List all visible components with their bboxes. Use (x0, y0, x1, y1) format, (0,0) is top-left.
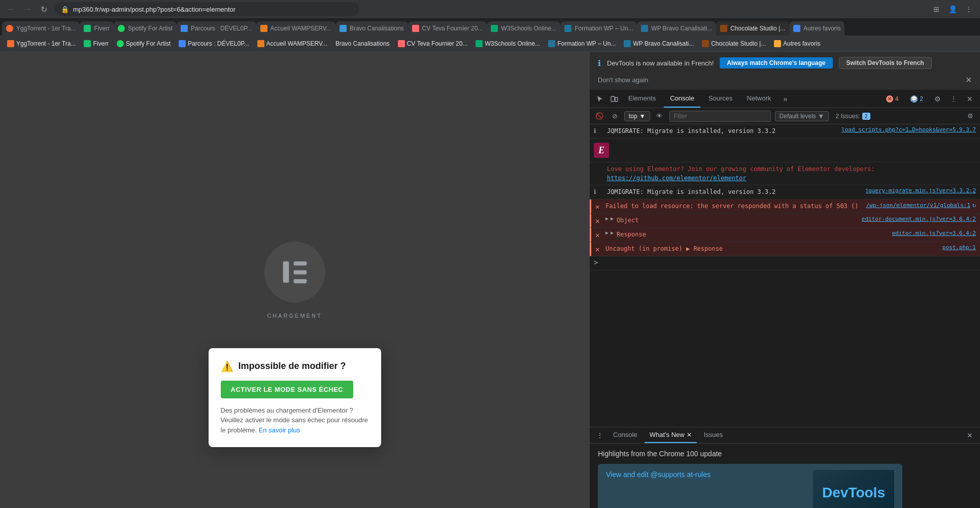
bookmark-formation[interactable]: Formation WP – Un... (545, 39, 619, 48)
bookmarks-bar: YggTorrent - 1er Tra... Fiverr Spotify F… (0, 36, 980, 52)
bottom-tabs-right: ✕ (964, 429, 976, 442)
switch-french-button[interactable]: Switch DevTools to French (839, 57, 932, 69)
device-toolbar-button[interactable] (608, 93, 620, 105)
console-entry-prompt: > (590, 256, 980, 270)
more-tabs-button[interactable]: » (779, 93, 791, 105)
bookmark-label: Formation WP – Un... (557, 40, 616, 47)
tab-favicon (720, 25, 727, 32)
issues-button[interactable]: 2 Issues: 2 (833, 112, 873, 121)
profile-button[interactable]: 👤 (945, 2, 960, 16)
clear-console-button[interactable]: 🚫 (594, 111, 605, 122)
tab-wp-bravo[interactable]: WP Bravo Canalisati... (637, 21, 716, 36)
entry-source-link[interactable]: /wp-json/elementor/v1/globals:1 (866, 202, 970, 209)
tab-wamp[interactable]: Accueil WAMPSERV... (256, 21, 335, 36)
entry-source-link[interactable]: jquery-migrate.min.js?ver=3.3.2:2 (865, 187, 976, 194)
expand-icon[interactable]: ▶ (605, 230, 609, 235)
notification-close-button[interactable]: ✕ (965, 75, 972, 85)
bookmark-parcours[interactable]: Parcours : DÉVEL0P... (176, 39, 252, 48)
address-bar[interactable]: 🔒 mp360.fr/wp-admin/post.php?post=6&acti… (55, 2, 359, 16)
default-levels-dropdown[interactable]: Default levels ▼ (775, 111, 829, 121)
bottom-tab-whats-new[interactable]: What's New ✕ (645, 427, 697, 443)
warning-count-badge[interactable]: 💬 2 (906, 94, 927, 104)
bookmark-fiverr[interactable]: Fiverr (81, 39, 112, 48)
modal-link[interactable]: En savoir plus (259, 426, 300, 434)
bookmark-cv[interactable]: CV Teva Fournier 20... (395, 39, 471, 48)
devtools-more-button[interactable]: ⋮ (948, 93, 960, 105)
bookmark-chocolate[interactable]: Chocolate Studio |... (699, 39, 769, 48)
bottom-tab-console[interactable]: Console (608, 427, 643, 443)
tab-chocolate[interactable]: Chocolate Studio |... (716, 21, 789, 36)
tab-favicon (6, 25, 13, 32)
bookmark-ygg[interactable]: YggTorrent - 1er Tra... (4, 39, 79, 48)
tab-elements[interactable]: Elements (622, 90, 662, 108)
menu-button[interactable]: ⋮ (962, 2, 976, 16)
match-language-button[interactable]: Always match Chrome's language (720, 57, 832, 69)
warning-icon: ⚠️ (221, 360, 233, 372)
bookmark-favicon (179, 40, 186, 47)
tab-sources[interactable]: Sources (702, 90, 739, 108)
extensions-button[interactable]: ⊞ (929, 2, 943, 16)
entry-text: Response (617, 230, 892, 239)
tab-bravo[interactable]: Bravo Canalisations (335, 21, 408, 36)
context-selector[interactable]: top ▼ (624, 111, 650, 121)
card-title: View and edit @supports at-rules (606, 470, 711, 479)
tab-ygg[interactable]: YggTorrent - 1er Tra... (2, 21, 80, 36)
forward-button[interactable]: → (20, 2, 35, 16)
bookmark-wamp[interactable]: Accueil WAMPSERV... (254, 39, 330, 48)
modal-description: Des problèmes au chargement d'Elementor … (221, 405, 369, 435)
bookmark-spotify[interactable]: Spotify For Artist (114, 39, 174, 48)
devtools-thumbnail-text: DevTools (822, 485, 885, 501)
expand-icon[interactable]: ▶ (605, 216, 609, 221)
reload-link-icon[interactable]: ↻ (972, 201, 976, 209)
eye-icon-button[interactable]: 👁 (654, 111, 665, 122)
bottom-tab-issues[interactable]: Issues (699, 427, 728, 443)
tab-cv[interactable]: CV Teva Fournier 20... (408, 21, 487, 36)
reload-button[interactable]: ↻ (37, 2, 51, 16)
expand-icon-2[interactable]: ▶ (611, 230, 614, 235)
filter-console-button[interactable]: ⊘ (609, 111, 620, 122)
entry-source-link[interactable]: post.php:1 (942, 244, 976, 251)
entry-source-link[interactable]: load_scripts.php?c=1…D=hooks&ver=5.9.3.7 (841, 126, 976, 133)
svg-rect-2 (293, 270, 307, 274)
devtools-toolbar-right: ✕ 4 💬 2 ⚙ ⋮ ✕ (882, 93, 976, 105)
back-button[interactable]: ← (4, 2, 18, 16)
main-area: CHARGEMENT ⚠️ Impossible de modifier ? A… (0, 52, 980, 508)
expand-icon-2[interactable]: ▶ (611, 216, 614, 221)
bookmark-w3[interactable]: W3Schools Online... (472, 39, 543, 48)
svg-rect-1 (293, 261, 307, 265)
console-toolbar: 🚫 ⊘ top ▼ 👁 Default levels ▼ 2 Issues: 2… (590, 108, 980, 124)
bookmark-bravo[interactable]: Bravo Canalisations (332, 39, 393, 48)
tab-autres[interactable]: Autres favoris (789, 21, 844, 36)
bottom-close-button[interactable]: ✕ (964, 429, 976, 442)
tab-formation[interactable]: Formation WP – Un... (560, 21, 637, 36)
safe-mode-button[interactable]: ACTIVER LE MODE SANS ÉCHEC (221, 381, 354, 398)
bottom-tab-whats-new-close[interactable]: ✕ (687, 431, 692, 438)
tab-network[interactable]: Network (741, 90, 778, 108)
bookmark-favicon (84, 40, 91, 47)
bookmark-label: WP Bravo Canalisati... (633, 40, 694, 47)
dont-show-link[interactable]: Don't show again (598, 76, 648, 84)
bookmark-favicon (7, 40, 14, 47)
error-count-badge[interactable]: ✕ 4 (882, 94, 903, 104)
filter-input[interactable] (669, 111, 771, 122)
tab-favicon (564, 25, 571, 32)
entry-source-link[interactable]: editor-document.min.js?ver=3.6.4:2 (862, 216, 976, 222)
devtools-close-button[interactable]: ✕ (964, 93, 976, 105)
inspect-element-button[interactable] (594, 93, 606, 105)
bookmark-autres[interactable]: Autres favoris (771, 39, 823, 48)
bookmark-label: Spotify For Artist (126, 40, 171, 47)
chevron-down-icon: ▼ (639, 113, 646, 120)
tab-fiverr[interactable]: Fiverr (80, 21, 114, 36)
elementor-github-link[interactable]: https://github.com/elementor/elementor (607, 175, 747, 182)
tab-w3[interactable]: W3Schools Online... (487, 21, 560, 36)
default-levels-label: Default levels (780, 113, 816, 120)
tab-spotify[interactable]: Spotify For Artist (114, 21, 177, 36)
tab-parcours[interactable]: Parcours : DÉVEL0P... (177, 21, 256, 36)
console-settings-button[interactable]: ⚙ (965, 111, 976, 122)
bottom-more-button[interactable]: ⋮ (594, 429, 606, 442)
entry-text: Object (617, 216, 862, 225)
tab-console[interactable]: Console (664, 90, 700, 108)
bookmark-wp-bravo[interactable]: WP Bravo Canalisati... (621, 39, 697, 48)
entry-source-link[interactable]: editor.min.js?ver=3.6.4:2 (892, 230, 976, 236)
devtools-settings-button[interactable]: ⚙ (931, 93, 943, 105)
